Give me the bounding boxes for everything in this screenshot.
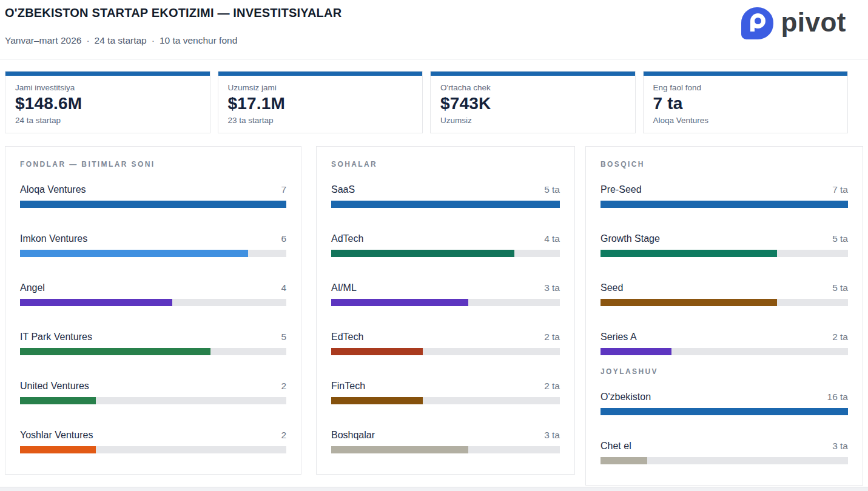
- bar-row: Pre-Seed7 ta: [601, 184, 848, 208]
- chart-joylashuv: JOYLASHUVO'zbekiston16 taChet el3 ta: [601, 367, 848, 464]
- bar-fill: [20, 446, 96, 453]
- bar-value: 2 ta: [832, 332, 848, 342]
- section-title: FONDLAR — BITIMLAR SONI: [20, 160, 286, 169]
- kpi-accent-bar: [218, 72, 423, 76]
- horizontal-scrollbar-track[interactable]: [0, 487, 868, 491]
- bar-fill: [601, 250, 777, 257]
- bar-fill: [331, 348, 423, 355]
- kpi-value: $743K: [440, 94, 625, 113]
- bar-track: [601, 348, 848, 355]
- chart-sohalar: SOHALARSaaS5 taAdTech4 taAI/ML3 taEdTech…: [331, 160, 560, 453]
- bar-fill: [601, 201, 848, 208]
- bar-row: United Ventures2: [20, 381, 286, 404]
- bar-fill: [20, 348, 210, 355]
- bar-label: Chet el: [601, 441, 631, 452]
- kpi-sub: 24 ta startap: [15, 116, 200, 125]
- bar-track: [331, 250, 560, 257]
- bar-row: SaaS5 ta: [331, 184, 560, 208]
- kpi-value: $17.1M: [228, 94, 413, 113]
- subtitle-period: Yanvar–mart 2026: [5, 35, 81, 45]
- kpi-accent-bar: [644, 72, 848, 76]
- bar-row-head: AdTech4 ta: [331, 233, 560, 244]
- kpi-value: 7 ta: [653, 94, 838, 113]
- bar-label: SaaS: [331, 184, 355, 195]
- bar-fill: [601, 408, 848, 415]
- bar-fill: [20, 397, 96, 404]
- bar-row-head: Aloqa Ventures7: [20, 184, 286, 195]
- bar-value: 5 ta: [544, 184, 560, 195]
- kpi-label: Jami investitsiya: [15, 83, 200, 92]
- page-header: O'ZBEKISTON STARTAP EKOTIZIMI — INVESTIT…: [0, 0, 868, 46]
- bar-track: [20, 397, 286, 404]
- bar-row: Chet el3 ta: [601, 441, 848, 464]
- kpi-accent-bar: [5, 72, 210, 76]
- kpi-card-jami-investitsiya: Jami investitsiya $148.6M 24 ta startap: [5, 71, 210, 133]
- chart-fondlar: FONDLAR — BITIMLAR SONIAloqa Ventures7Im…: [20, 160, 286, 453]
- bar-fill: [601, 299, 777, 306]
- header-divider: [0, 59, 868, 59]
- bar-fill: [331, 397, 423, 404]
- bar-track: [20, 446, 286, 453]
- panel-sohalar: SOHALARSaaS5 taAdTech4 taAI/ML3 taEdTech…: [316, 146, 575, 475]
- bar-track: [601, 408, 848, 415]
- bar-row: Growth Stage5 ta: [601, 233, 848, 257]
- bar-row-head: Series A2 ta: [601, 332, 848, 342]
- bar-track: [331, 348, 560, 355]
- bar-value: 7 ta: [832, 184, 848, 195]
- kpi-label: O'rtacha chek: [440, 83, 625, 92]
- bar-row-head: Chet el3 ta: [601, 441, 848, 452]
- bar-row: EdTech2 ta: [331, 332, 560, 355]
- bar-value: 4 ta: [544, 233, 560, 244]
- subtitle: Yanvar–mart 2026·24 ta startap·10 ta ven…: [5, 35, 863, 46]
- bar-fill: [20, 250, 248, 257]
- bar-track: [331, 201, 560, 208]
- bar-value: 5 ta: [832, 282, 848, 293]
- bar-row-head: IT Park Ventures5: [20, 332, 286, 342]
- bar-value: 6: [281, 233, 286, 244]
- bar-row: FinTech2 ta: [331, 381, 560, 404]
- bar-track: [601, 201, 848, 208]
- bar-label: O'zbekiston: [601, 392, 651, 402]
- bar-value: 5: [281, 332, 286, 342]
- bar-row: Yoshlar Ventures2: [20, 430, 286, 453]
- bar-value: 3 ta: [544, 430, 560, 441]
- bar-fill: [331, 299, 468, 306]
- bar-row-head: Yoshlar Ventures2: [20, 430, 286, 441]
- bar-row: IT Park Ventures5: [20, 332, 286, 355]
- pivot-wordmark: pivot: [781, 9, 846, 38]
- bar-track: [20, 250, 286, 257]
- pivot-logo-icon: [741, 7, 773, 39]
- section-title: SOHALAR: [331, 160, 560, 169]
- bar-track: [331, 446, 560, 453]
- bar-label: FinTech: [331, 381, 365, 392]
- bar-fill: [331, 201, 560, 208]
- bar-row-head: SaaS5 ta: [331, 184, 560, 195]
- bar-label: Imkon Ventures: [20, 233, 87, 244]
- bar-track: [20, 201, 286, 208]
- bar-label: Series A: [601, 332, 637, 342]
- bar-row: Series A2 ta: [601, 332, 848, 355]
- bar-label: Yoshlar Ventures: [20, 430, 93, 441]
- bar-label: IT Park Ventures: [20, 332, 92, 342]
- panel-bosqich-joylashuv: BOSQICHPre-Seed7 taGrowth Stage5 taSeed5…: [585, 146, 863, 486]
- bar-value: 7: [281, 184, 286, 195]
- subtitle-separator: ·: [86, 35, 89, 45]
- bar-track: [601, 250, 848, 257]
- bar-track: [601, 457, 848, 464]
- bar-value: 2: [281, 430, 286, 441]
- kpi-sub: Uzumsiz: [440, 116, 625, 125]
- bar-row-head: Boshqalar3 ta: [331, 430, 560, 441]
- kpi-label: Uzumsiz jami: [228, 83, 413, 92]
- bar-label: Angel: [20, 282, 45, 293]
- charts-row: FONDLAR — BITIMLAR SONIAloqa Ventures7Im…: [5, 146, 868, 486]
- kpi-card-uzumsiz-jami: Uzumsiz jami $17.1M 23 ta startap: [218, 71, 423, 133]
- bar-row: Seed5 ta: [601, 282, 848, 306]
- bar-row: Aloqa Ventures7: [20, 184, 286, 208]
- bar-row-head: FinTech2 ta: [331, 381, 560, 392]
- bar-row-head: O'zbekiston16 ta: [601, 392, 848, 402]
- section-title: JOYLASHUV: [601, 367, 848, 376]
- bar-label: Boshqalar: [331, 430, 375, 441]
- section-title: BOSQICH: [601, 160, 848, 169]
- bar-value: 3 ta: [832, 441, 848, 452]
- bar-row: Imkon Ventures6: [20, 233, 286, 257]
